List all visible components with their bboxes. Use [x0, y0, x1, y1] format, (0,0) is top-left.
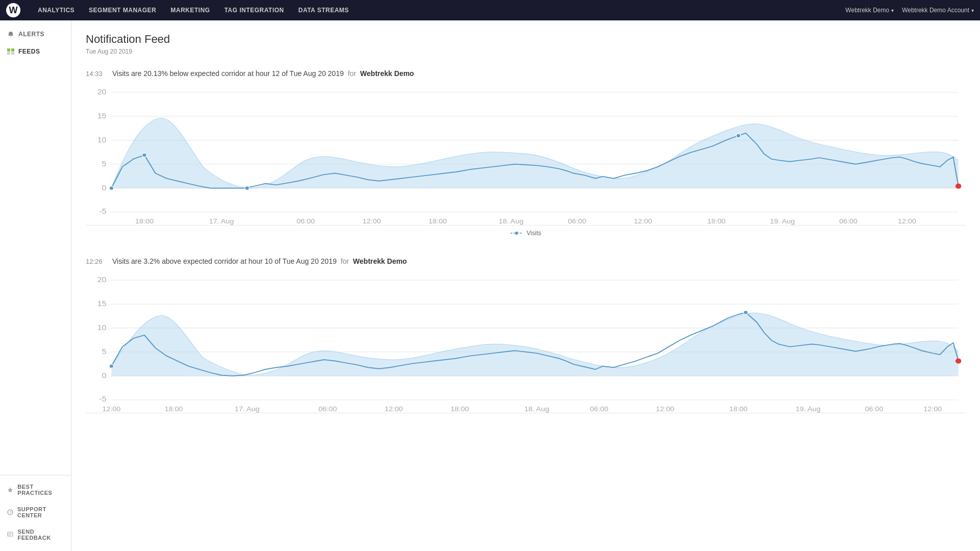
nav-analytics[interactable]: ANALYTICS [31, 0, 82, 20]
sidebar-bottom: Best Practices ? Support Center Send Fee… [0, 475, 71, 551]
svg-text:18:00: 18:00 [451, 406, 469, 413]
svg-text:0: 0 [102, 371, 106, 379]
svg-text:10: 10 [97, 324, 107, 332]
alert-message-1: Visits are 20.13% below expected corrido… [112, 69, 414, 78]
svg-text:?: ? [10, 511, 12, 514]
svg-point-26 [955, 184, 961, 189]
svg-text:06:00: 06:00 [590, 406, 608, 413]
logo: W [6, 3, 20, 17]
sidebar-item-support-center[interactable]: ? Support Center [0, 501, 71, 523]
nav-tag-integration[interactable]: TAG INTEGRATION [217, 0, 291, 20]
svg-text:-5: -5 [99, 208, 106, 215]
main-content: Notification Feed Tue Aug 20 2019 14:33 … [71, 20, 980, 551]
page-title: Notification Feed [86, 33, 966, 46]
alert-card-1: 14:33 Visits are 20.13% below expected c… [86, 69, 966, 237]
svg-text:18:00: 18:00 [164, 406, 183, 413]
alert-header-1: 14:33 Visits are 20.13% below expected c… [86, 69, 966, 78]
sidebar-item-feeds[interactable]: FEEDS [0, 43, 71, 60]
svg-text:19. Aug: 19. Aug [770, 218, 795, 225]
nav-segment-manager[interactable]: SEGMENT MANAGER [82, 0, 163, 20]
sidebar: ALERTS FEEDS Best Practices [0, 20, 71, 551]
svg-text:18:00: 18:00 [729, 406, 748, 413]
nav-items: ANALYTICS SEGMENT MANAGER MARKETING TAG … [31, 0, 845, 20]
svg-point-23 [142, 153, 147, 157]
alert-header-2: 12:26 Visits are 3.2% above expected cor… [86, 257, 966, 265]
svg-text:06:00: 06:00 [865, 406, 883, 413]
svg-rect-2 [7, 52, 10, 55]
svg-text:18:00: 18:00 [707, 218, 726, 225]
svg-text:18. Aug: 18. Aug [499, 218, 524, 225]
svg-text:12:00: 12:00 [102, 406, 120, 413]
svg-point-55 [955, 358, 961, 363]
svg-text:12:00: 12:00 [362, 218, 381, 225]
svg-text:12:00: 12:00 [923, 406, 942, 413]
svg-text:18:00: 18:00 [135, 218, 154, 225]
feeds-icon [7, 48, 14, 55]
svg-text:06:00: 06:00 [568, 218, 586, 225]
feedback-icon [7, 531, 14, 538]
svg-text:18. Aug: 18. Aug [524, 406, 549, 413]
svg-point-25 [736, 134, 741, 138]
svg-rect-3 [11, 52, 14, 55]
svg-rect-0 [7, 48, 10, 52]
svg-text:12:00: 12:00 [634, 218, 652, 225]
svg-text:-5: -5 [99, 395, 106, 403]
svg-point-54 [744, 311, 748, 315]
alert-message-2: Visits are 3.2% above expected corridor … [112, 257, 407, 265]
svg-text:17. Aug: 17. Aug [209, 218, 234, 225]
svg-point-53 [109, 364, 114, 368]
svg-text:06:00: 06:00 [297, 218, 315, 225]
bell-icon [7, 31, 14, 38]
sidebar-item-send-feedback[interactable]: Send Feedback [0, 523, 71, 546]
svg-text:20: 20 [97, 276, 107, 284]
svg-point-22 [109, 186, 114, 190]
svg-text:12:00: 12:00 [898, 218, 916, 225]
svg-text:06:00: 06:00 [318, 406, 337, 413]
sidebar-item-best-practices[interactable]: Best Practices [0, 479, 71, 501]
account-switcher-2[interactable]: Webtrekk Demo Account ▾ [902, 7, 974, 14]
chevron-down-icon: ▾ [891, 8, 894, 13]
sidebar-item-alerts[interactable]: ALERTS [0, 26, 71, 43]
svg-text:15: 15 [97, 112, 107, 120]
svg-rect-7 [8, 532, 13, 536]
svg-marker-4 [8, 487, 13, 492]
star-icon [7, 486, 13, 493]
svg-point-40 [515, 232, 518, 235]
chart-legend-1: Visits [86, 230, 966, 237]
svg-text:12:00: 12:00 [384, 406, 403, 413]
svg-text:18:00: 18:00 [429, 218, 447, 225]
svg-text:5: 5 [102, 160, 106, 167]
alert-card-2: 12:26 Visits are 3.2% above expected cor… [86, 257, 966, 413]
svg-text:5: 5 [102, 347, 106, 355]
nav-right: Webtrekk Demo ▾ Webtrekk Demo Account ▾ [845, 7, 974, 14]
svg-text:12:00: 12:00 [656, 406, 674, 413]
top-navigation: W ANALYTICS SEGMENT MANAGER MARKETING TA… [0, 0, 980, 20]
svg-rect-1 [11, 48, 14, 52]
svg-text:06:00: 06:00 [839, 218, 857, 225]
svg-text:0: 0 [102, 184, 106, 191]
page-date: Tue Aug 20 2019 [86, 48, 966, 55]
account-switcher-1[interactable]: Webtrekk Demo ▾ [845, 7, 894, 14]
chart-2: 20 15 10 5 0 -5 [86, 270, 966, 413]
nav-marketing[interactable]: MARKETING [163, 0, 217, 20]
chevron-down-icon: ▾ [971, 8, 974, 13]
nav-data-streams[interactable]: DATA STREAMS [291, 0, 356, 20]
svg-text:15: 15 [97, 300, 107, 308]
svg-text:20: 20 [97, 88, 107, 96]
svg-text:10: 10 [97, 136, 107, 144]
svg-text:17. Aug: 17. Aug [235, 406, 260, 413]
alert-time-1: 14:33 [86, 70, 106, 78]
alert-time-2: 12:26 [86, 258, 106, 265]
support-icon: ? [7, 509, 13, 516]
svg-text:19. Aug: 19. Aug [796, 406, 821, 413]
layout: ALERTS FEEDS Best Practices [0, 20, 980, 551]
svg-point-24 [245, 186, 250, 190]
chart-1: 20 15 10 5 0 -5 [86, 83, 966, 226]
